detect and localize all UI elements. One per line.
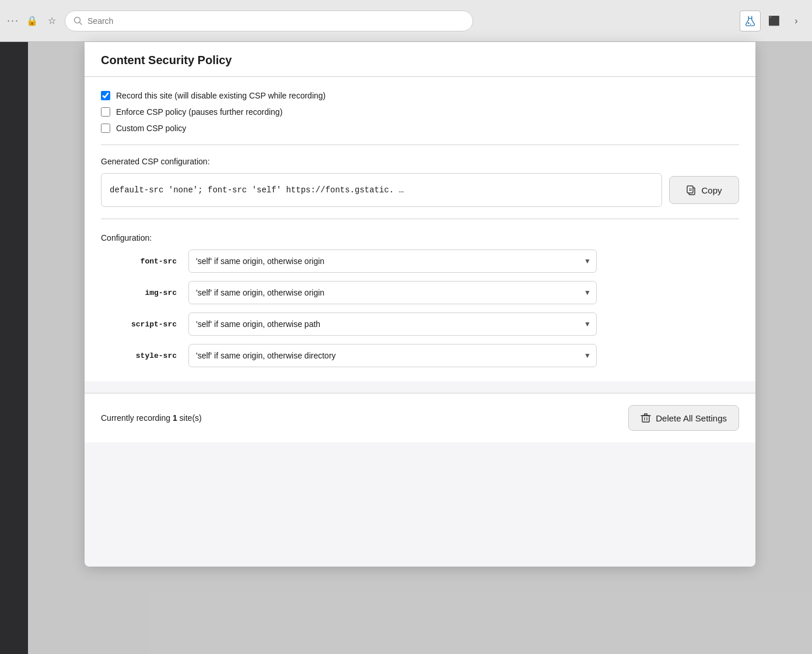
browser-dots: ··· xyxy=(7,15,19,27)
script-src-select-wrapper: 'self' if same origin, otherwise origin … xyxy=(188,312,597,336)
img-src-select-wrapper: 'self' if same origin, otherwise origin … xyxy=(188,281,597,304)
more-icon[interactable]: › xyxy=(788,12,805,30)
config-row-style-src: style-src 'self' if same origin, otherwi… xyxy=(101,344,739,367)
generated-label: Generated CSP configuration: xyxy=(101,157,739,166)
config-key-style-src: style-src xyxy=(101,351,177,360)
svg-point-3 xyxy=(748,22,750,24)
config-label: Configuration: xyxy=(101,233,739,242)
site-count: 1 xyxy=(173,413,177,423)
config-key-font-src: font-src xyxy=(101,257,177,266)
config-key-script-src: script-src xyxy=(101,320,177,329)
copy-label: Copy xyxy=(701,185,722,195)
generated-section: Generated CSP configuration: default-src… xyxy=(101,157,739,207)
flask-extension-icon[interactable] xyxy=(740,10,761,31)
svg-rect-6 xyxy=(687,186,693,193)
popup-title: Content Security Policy xyxy=(101,54,739,67)
config-section: Configuration: font-src 'self' if same o… xyxy=(101,233,739,367)
popup-body: Record this site (will disable existing … xyxy=(85,77,755,381)
font-src-select-wrapper: 'self' if same origin, otherwise origin … xyxy=(188,249,597,273)
status-prefix: Currently recording xyxy=(101,413,173,423)
svg-rect-9 xyxy=(642,416,649,422)
svg-line-1 xyxy=(80,22,82,24)
font-src-select[interactable]: 'self' if same origin, otherwise origin … xyxy=(188,249,597,273)
checkbox-section: Record this site (will disable existing … xyxy=(101,91,739,133)
popup-overlay: Content Security Policy Record this site… xyxy=(28,42,812,654)
sidebar-icon[interactable]: ⬛ xyxy=(765,12,783,30)
status-suffix: site(s) xyxy=(177,413,202,423)
divider-1 xyxy=(101,145,739,145)
custom-checkbox[interactable] xyxy=(101,124,110,133)
csp-output-text: default-src 'none'; font-src 'self' http… xyxy=(110,185,404,195)
copy-button[interactable]: Copy xyxy=(669,176,739,204)
style-src-select-wrapper: 'self' if same origin, otherwise origin … xyxy=(188,344,597,367)
svg-point-4 xyxy=(750,23,751,24)
trash-icon xyxy=(640,413,651,423)
search-bar[interactable] xyxy=(65,10,473,31)
popup-footer: Currently recording 1 site(s) Delete All… xyxy=(85,393,755,442)
csp-output-row: default-src 'none'; font-src 'self' http… xyxy=(101,173,739,207)
csp-output-box: default-src 'none'; font-src 'self' http… xyxy=(101,173,662,207)
enforce-checkbox[interactable] xyxy=(101,107,110,117)
delete-label: Delete All Settings xyxy=(656,413,727,423)
delete-all-button[interactable]: Delete All Settings xyxy=(628,405,739,431)
img-src-select[interactable]: 'self' if same origin, otherwise origin … xyxy=(188,281,597,304)
left-sidebar xyxy=(0,42,28,654)
script-src-select[interactable]: 'self' if same origin, otherwise origin … xyxy=(188,312,597,336)
search-input[interactable] xyxy=(88,16,464,26)
copy-icon xyxy=(686,185,696,195)
config-row-img-src: img-src 'self' if same origin, otherwise… xyxy=(101,281,739,304)
popup-header: Content Security Policy xyxy=(85,42,755,77)
record-label: Record this site (will disable existing … xyxy=(116,91,326,100)
divider-2 xyxy=(101,219,739,219)
search-icon xyxy=(74,16,83,26)
style-src-select[interactable]: 'self' if same origin, otherwise origin … xyxy=(188,344,597,367)
config-row-script-src: script-src 'self' if same origin, otherw… xyxy=(101,312,739,336)
bookmark-icon[interactable]: ☆ xyxy=(45,14,59,28)
record-checkbox[interactable] xyxy=(101,91,110,100)
enforce-label: Enforce CSP policy (pauses further recor… xyxy=(116,107,282,117)
checkbox-row-enforce: Enforce CSP policy (pauses further recor… xyxy=(101,107,739,117)
checkbox-row-record: Record this site (will disable existing … xyxy=(101,91,739,100)
footer-status: Currently recording 1 site(s) xyxy=(101,413,202,423)
popup-panel: Content Security Policy Record this site… xyxy=(85,42,755,567)
toolbar-right: ⬛ › xyxy=(740,10,805,31)
custom-label: Custom CSP policy xyxy=(116,124,186,133)
lock-icon[interactable]: 🔒 xyxy=(25,14,39,28)
flask-svg xyxy=(744,15,756,27)
config-row-font-src: font-src 'self' if same origin, otherwis… xyxy=(101,249,739,273)
browser-chrome: ··· 🔒 ☆ ⬛ › xyxy=(0,0,812,42)
checkbox-row-custom: Custom CSP policy xyxy=(101,124,739,133)
config-table: font-src 'self' if same origin, otherwis… xyxy=(101,249,739,367)
config-key-img-src: img-src xyxy=(101,289,177,297)
menu-dots[interactable]: ··· xyxy=(7,15,19,27)
